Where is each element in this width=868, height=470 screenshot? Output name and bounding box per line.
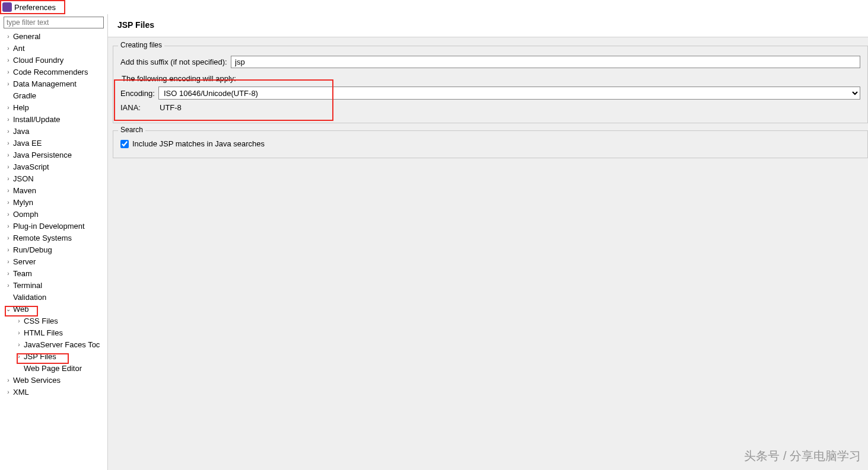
tree-item-label: Oomph [12,209,39,220]
tree-item-label: Code Recommenders [12,66,88,78]
filter-input[interactable] [4,17,104,28]
chevron-right-icon[interactable]: › [5,31,12,43]
tree-item-maven[interactable]: ›Maven [0,185,107,197]
chevron-right-icon[interactable]: › [5,138,12,149]
chevron-right-icon[interactable]: › [5,173,12,185]
tree-item-label: Mylyn [12,197,33,209]
select-encoding[interactable]: ISO 10646/Unicode(UTF-8) [158,87,860,100]
tree-item-label: Web Page Editor [23,363,82,375]
tree-item-general[interactable]: ›General [0,31,107,43]
page-title: JSP Files [117,20,859,30]
tree-item-run-debug[interactable]: ›Run/Debug [0,244,107,256]
chevron-right-icon[interactable]: › [15,351,23,363]
tree-item-label: Team [12,268,32,280]
chevron-right-icon[interactable]: › [15,327,23,339]
tree-item-validation[interactable]: Validation [0,292,107,303]
tree-item-web[interactable]: ⌄Web [0,303,107,315]
row-iana: IANA: UTF-8 [120,103,860,112]
label-encoding: Encoding: [120,89,158,98]
chevron-right-icon[interactable]: › [5,114,12,126]
label-iana: IANA: [120,103,158,112]
content-pane: JSP Files Creating files Add this suffix… [108,14,868,470]
chevron-right-icon[interactable]: › [5,197,12,209]
chevron-right-icon[interactable]: › [5,43,12,55]
tree-item-install-update[interactable]: ›Install/Update [0,114,107,126]
chevron-right-icon[interactable]: › [5,386,12,398]
filter-container [4,17,104,28]
tree-item-oomph[interactable]: ›Oomph [0,209,107,220]
chevron-right-icon[interactable]: › [5,375,12,386]
tree-item-ant[interactable]: ›Ant [0,43,107,55]
tree-item-label: Validation [12,292,46,303]
value-iana: UTF-8 [158,103,182,112]
tree-item-label: Java EE [12,138,42,149]
tree-item-label: Cloud Foundry [12,55,63,66]
tree-item-xml[interactable]: ›XML [0,386,107,398]
input-suffix[interactable] [231,56,860,68]
tree-item-code-recommenders[interactable]: ›Code Recommenders [0,66,107,78]
chevron-right-icon[interactable]: › [5,78,12,90]
chevron-right-icon[interactable]: › [5,161,12,173]
chevron-right-icon[interactable]: › [5,268,12,280]
chevron-right-icon[interactable]: › [15,315,23,327]
group-creating-files: Creating files Add this suffix (if not s… [113,46,868,123]
tree-item-server[interactable]: ›Server [0,256,107,268]
tree-item-jsp-files[interactable]: ›JSP Files [0,351,107,363]
chevron-right-icon[interactable]: › [5,280,12,292]
tree-item-json[interactable]: ›JSON [0,173,107,185]
tree-item-mylyn[interactable]: ›Mylyn [0,197,107,209]
chevron-down-icon[interactable]: ⌄ [5,303,12,315]
tree-item-cloud-foundry[interactable]: ›Cloud Foundry [0,55,107,66]
tree-item-java-ee[interactable]: ›Java EE [0,138,107,149]
tree-item-plug-in-development[interactable]: ›Plug-in Development [0,220,107,232]
chevron-right-icon[interactable]: › [5,149,12,161]
row-encoding: Encoding: ISO 10646/Unicode(UTF-8) [120,87,860,100]
tree-item-label: CSS Files [23,315,58,327]
tree-item-help[interactable]: ›Help [0,102,107,114]
tree-item-java[interactable]: ›Java [0,126,107,138]
tree-item-javaserver-faces-toc[interactable]: ›JavaServer Faces Toc [0,339,107,351]
tree-item-data-management[interactable]: ›Data Management [0,78,107,90]
chevron-right-icon[interactable]: › [5,66,12,78]
tree-item-gradle[interactable]: Gradle [0,90,107,102]
label-include-jsp[interactable]: Include JSP matches in Java searches [132,139,265,148]
tree-item-label: Plug-in Development [12,220,85,232]
chevron-right-icon[interactable]: › [5,126,12,138]
content-header: JSP Files [108,14,868,37]
window-title: Preferences [14,3,56,12]
tree-item-html-files[interactable]: ›HTML Files [0,327,107,339]
tree-item-web-services[interactable]: ›Web Services [0,375,107,386]
tree-item-label: Server [12,256,36,268]
tree-item-web-page-editor[interactable]: Web Page Editor [0,363,107,375]
tree-item-label: Ant [12,43,25,55]
chevron-right-icon[interactable]: › [5,220,12,232]
tree-item-javascript[interactable]: ›JavaScript [0,161,107,173]
tree-item-label: JavaScript [12,161,49,173]
chevron-right-icon[interactable]: › [5,232,12,244]
tree-item-css-files[interactable]: ›CSS Files [0,315,107,327]
tree-item-label: Help [12,102,29,114]
tree-item-label: Maven [12,185,36,197]
chevron-right-icon[interactable]: › [5,102,12,114]
tree-item-label: Remote Systems [12,232,72,244]
chevron-right-icon[interactable]: › [5,185,12,197]
checkbox-include-jsp[interactable] [120,140,129,148]
tree-item-label: HTML Files [23,327,63,339]
chevron-right-icon[interactable]: › [5,55,12,66]
chevron-right-icon[interactable]: › [15,339,23,351]
tree-item-team[interactable]: ›Team [0,268,107,280]
group-search: Search Include JSP matches in Java searc… [113,130,868,158]
group-legend-search: Search [118,126,145,134]
chevron-right-icon[interactable]: › [5,209,12,220]
tree-item-remote-systems[interactable]: ›Remote Systems [0,232,107,244]
tree-item-label: Gradle [12,90,36,102]
tree-item-label: JSP Files [23,351,56,363]
chevron-right-icon[interactable]: › [5,244,12,256]
chevron-right-icon[interactable]: › [5,256,12,268]
tree-item-label: JSON [12,173,34,185]
tree-item-label: Data Management [12,78,77,90]
tree-item-label: Java [12,126,29,138]
row-include-jsp: Include JSP matches in Java searches [120,139,860,148]
tree-item-terminal[interactable]: ›Terminal [0,280,107,292]
tree-item-java-persistence[interactable]: ›Java Persistence [0,149,107,161]
